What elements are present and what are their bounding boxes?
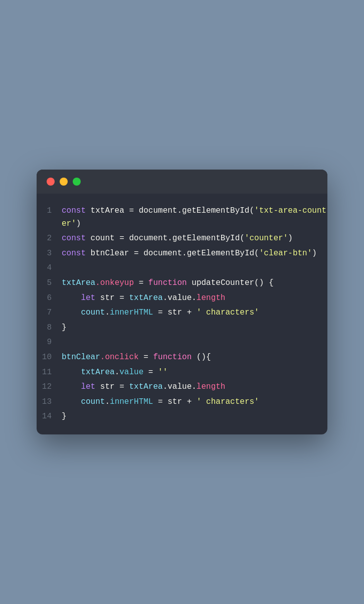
code-line: 11 txtArea.value = ''	[37, 365, 327, 380]
line-number: 9	[37, 336, 62, 349]
code-token: .	[163, 293, 168, 303]
close-button[interactable]	[47, 178, 55, 186]
code-token: txtArea	[129, 382, 162, 391]
code-line: 6 let str = txtArea.value.length	[37, 291, 327, 306]
code-token: function	[148, 278, 192, 287]
line-number: 11	[37, 366, 62, 379]
code-token: count	[91, 234, 120, 243]
code-window: 1const txtArea = document.getElementById…	[37, 170, 327, 434]
code-line: 10btnClear.onclick = function (){	[37, 350, 327, 365]
line-code: count.innerHTML = str + ' characters'	[62, 396, 327, 409]
code-token: pdateCounter() {	[197, 278, 274, 287]
line-code: const btnClear = document.getElementById…	[62, 247, 327, 260]
code-token	[62, 382, 81, 391]
code-token: }	[62, 323, 67, 332]
code-token: document.get	[139, 206, 197, 215]
code-token: count	[81, 308, 105, 317]
code-token: const	[62, 249, 91, 258]
code-token: length	[197, 293, 226, 303]
line-number: 4	[37, 262, 62, 275]
code-token	[62, 293, 81, 303]
code-token: ementById(	[197, 234, 245, 243]
code-token: document.getEl	[129, 234, 196, 243]
line-code: const txtArea = document.getElementById(…	[62, 205, 327, 230]
line-code: }	[62, 322, 327, 335]
code-token: =	[119, 234, 129, 243]
line-number: 14	[37, 410, 62, 423]
line-number: 7	[37, 307, 62, 320]
line-code: count.innerHTML = str + ' characters'	[62, 307, 327, 320]
code-line: 7 count.innerHTML = str + ' characters'	[37, 306, 327, 321]
code-token: innerHTML	[110, 308, 153, 317]
code-token: 'counter'	[245, 234, 288, 243]
code-token: =	[134, 278, 148, 287]
code-token: +	[187, 397, 192, 406]
line-number: 12	[37, 381, 62, 394]
code-token: 'clear-btn'	[259, 249, 312, 258]
code-token: const	[62, 234, 91, 243]
maximize-button[interactable]	[73, 178, 81, 186]
code-token: .	[163, 382, 168, 391]
code-token: =	[119, 293, 129, 303]
code-token: .	[105, 308, 110, 317]
line-number: 13	[37, 396, 62, 409]
code-line: 12 let str = txtArea.value.length	[37, 380, 327, 395]
code-token: .onclick	[100, 353, 139, 362]
line-number: 10	[37, 351, 62, 364]
code-token: .	[115, 368, 120, 377]
code-editor: 1const txtArea = document.getElementById…	[37, 194, 327, 434]
line-code: let str = txtArea.value.length	[62, 292, 327, 305]
code-token: str	[100, 293, 119, 303]
line-code: txtArea.onkeyup = function updateCounter…	[62, 277, 327, 290]
line-number: 3	[37, 247, 62, 260]
line-number: 8	[37, 322, 62, 335]
code-token: )	[76, 219, 81, 228]
code-token: ''	[158, 368, 167, 377]
code-line: 8}	[37, 321, 327, 336]
code-token: +	[187, 308, 192, 317]
code-line: 13 count.innerHTML = str + ' characters'	[37, 395, 327, 410]
code-token: .onkeyup	[95, 278, 134, 287]
code-token: txtArea	[129, 293, 162, 303]
code-token: let	[81, 382, 100, 391]
code-token	[192, 397, 197, 406]
code-token: txtArea	[62, 278, 95, 287]
code-token: )	[288, 234, 293, 243]
code-line: 4	[37, 261, 327, 276]
code-token	[62, 368, 81, 377]
line-code: }	[62, 410, 327, 423]
code-token: =	[119, 382, 129, 391]
code-line: 14}	[37, 409, 327, 424]
code-token	[192, 353, 197, 362]
code-token: let	[81, 293, 100, 303]
code-token: .	[105, 397, 110, 406]
line-number: 1	[37, 205, 62, 218]
code-line: 2const count = document.getElementById('…	[37, 231, 327, 246]
code-token: str	[100, 382, 119, 391]
code-token: )	[312, 249, 317, 258]
code-token	[62, 308, 81, 317]
code-token: =	[153, 308, 167, 317]
code-token: tElementById(	[197, 249, 259, 258]
code-token	[62, 397, 81, 406]
code-token: btnClear	[91, 249, 134, 258]
code-token: txtArea	[81, 368, 114, 377]
code-token: str	[167, 308, 187, 317]
line-code: const count = document.getElementById('c…	[62, 232, 327, 245]
code-token: =	[153, 397, 167, 406]
code-token: count	[81, 397, 105, 406]
code-token: document.ge	[143, 249, 197, 258]
code-token: btnClear	[62, 353, 100, 362]
line-number: 5	[37, 277, 62, 290]
code-token: r'	[67, 219, 76, 228]
minimize-button[interactable]	[60, 178, 68, 186]
code-line: 5txtArea.onkeyup = function updateCounte…	[37, 276, 327, 291]
code-token: ' characters'	[197, 308, 259, 317]
code-token: }	[62, 412, 67, 421]
code-token: innerHTML	[110, 397, 153, 406]
line-code: let str = txtArea.value.length	[62, 381, 327, 394]
code-token: value.	[167, 382, 197, 391]
code-token: const	[62, 206, 91, 215]
code-token: ElementById(	[197, 206, 254, 215]
code-token: ' characters'	[197, 397, 259, 406]
